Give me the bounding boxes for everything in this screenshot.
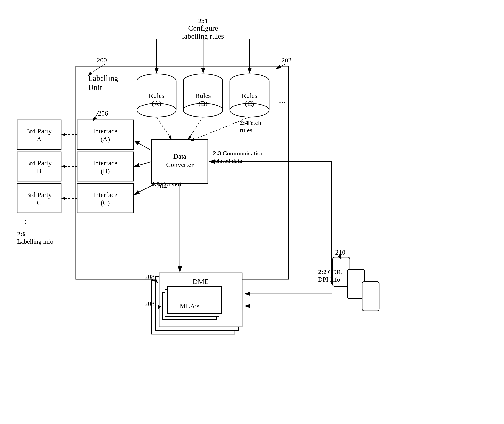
svg-text:Labelling info: Labelling info [17, 238, 53, 245]
svg-text:2:3: 2:3 [213, 150, 221, 157]
svg-text:Configure: Configure [188, 24, 218, 32]
svg-text:3rd Party: 3rd Party [26, 127, 52, 135]
svg-text:Converter: Converter [166, 161, 194, 168]
svg-text:Fetch: Fetch [247, 119, 261, 126]
svg-text:Interface: Interface [93, 191, 117, 199]
svg-text:2:5: 2:5 [151, 180, 160, 188]
svg-text:Unit: Unit [88, 83, 102, 92]
svg-text:210: 210 [335, 248, 345, 256]
svg-text:Communication: Communication [223, 150, 264, 157]
svg-text:DME: DME [193, 277, 209, 285]
svg-text:(A): (A) [152, 100, 161, 107]
svg-text:B: B [37, 167, 42, 175]
svg-text:Rules: Rules [242, 92, 257, 99]
svg-text:Data: Data [173, 153, 186, 160]
svg-text:(B): (B) [101, 167, 110, 175]
svg-text:Convert: Convert [161, 180, 182, 188]
svg-rect-87 [362, 282, 379, 311]
svg-text:Interface: Interface [93, 127, 117, 135]
svg-text:related data: related data [213, 157, 242, 164]
svg-text:...: ... [279, 95, 286, 105]
svg-text:A: A [37, 135, 42, 143]
svg-text:200: 200 [97, 56, 107, 64]
svg-text:Rules: Rules [195, 92, 211, 99]
svg-text:DPI info: DPI info [318, 276, 340, 283]
diagram-svg: Labelling Unit 200 202 Rules (A) Rules (… [0, 0, 504, 424]
svg-text:3rd Party: 3rd Party [26, 159, 52, 167]
svg-text:(B): (B) [198, 100, 207, 107]
svg-text:(C): (C) [245, 100, 254, 107]
svg-text:206: 206 [98, 109, 108, 117]
svg-text:3rd Party: 3rd Party [26, 191, 52, 199]
svg-text:202: 202 [281, 56, 292, 64]
svg-text:Interface: Interface [93, 159, 117, 167]
svg-text:2:1: 2:1 [198, 17, 208, 25]
svg-text::: : [24, 216, 27, 226]
svg-text:(C): (C) [101, 199, 110, 207]
svg-text:208: 208 [144, 273, 155, 281]
svg-text:Labelling: Labelling [88, 74, 118, 82]
svg-text:208a: 208a [144, 300, 158, 307]
svg-text:MLA:s: MLA:s [180, 302, 200, 310]
svg-text:labelling rules: labelling rules [182, 32, 224, 40]
svg-text:C: C [37, 199, 42, 207]
diagram-container: Labelling Unit 200 202 Rules (A) Rules (… [0, 0, 504, 424]
svg-text:(A): (A) [101, 135, 110, 143]
svg-text:2:2: 2:2 [318, 269, 327, 276]
svg-text:rules: rules [240, 127, 252, 134]
svg-text:CDR,: CDR, [328, 269, 343, 276]
svg-text:2:6: 2:6 [17, 231, 26, 238]
svg-text:Rules: Rules [149, 92, 164, 99]
